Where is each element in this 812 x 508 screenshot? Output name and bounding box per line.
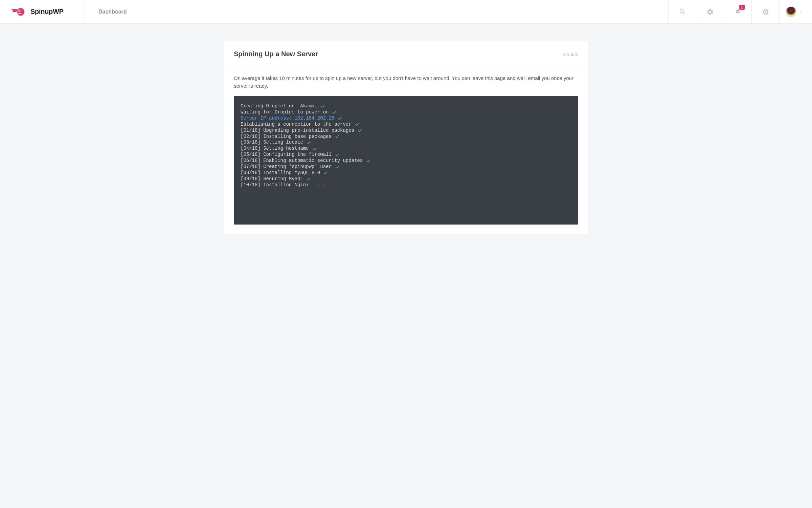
terminal-line: Waiting for Droplet to power on [241,109,571,115]
primary-nav: Dashboard [85,0,668,23]
nav-dashboard[interactable]: Dashboard [98,9,127,15]
terminal-text: [06/18] Enabling automatic security upda… [241,158,363,164]
notifications-button[interactable]: 1 [724,0,751,23]
terminal-line: [01/18] Upgrading pre-installed packages [241,128,571,134]
terminal-line: [10/18] Installing Nginx . . . [241,182,571,188]
avatar [786,6,796,17]
terminal-line: [04/18] Setting hostname [241,146,571,152]
top-bar: SpinupWP Dashboard 1 [0,0,812,24]
terminal-line: [08/18] Installing MySQL 8.0 [241,170,571,176]
terminal-output: Creating Droplet on AkamaiWaiting for Dr… [234,96,578,225]
terminal-line: [07/18] Creating 'spinupwp' user [241,164,571,170]
card-body: On average it takes 10 minutes for us to… [224,66,588,234]
check-icon [355,122,359,127]
terminal-line: Creating Droplet on Akamai [241,103,571,109]
terminal-text: [08/18] Installing MySQL 8.0 [241,170,320,176]
notification-wrap: 1 [735,8,741,16]
terminal-text: Establishing a connection to the server [241,122,352,128]
check-icon [312,147,317,151]
check-icon [321,104,325,108]
terminal-text: Creating Droplet on Akamai [241,103,317,109]
search-button[interactable] [668,0,696,23]
logo-text: SpinupWP [30,8,64,16]
terminal-text: Server IP address: 132.184.202.28 [241,115,334,122]
check-icon [358,128,362,133]
page-title: Spinning Up a New Server [234,50,318,58]
terminal-line: [05/18] Configuring the firewall [241,152,571,158]
terminal-text: [03/18] Setting locale [241,140,303,146]
check-icon [335,165,339,169]
check-icon [366,159,370,163]
account-menu[interactable] [779,0,812,23]
help-button[interactable] [751,0,779,23]
check-icon [323,171,328,175]
check-icon [307,177,311,181]
spinupwp-logo-icon [10,7,27,17]
terminal-text: [02/18] Installing base packages [241,134,332,140]
terminal-line: [06/18] Enabling automatic security upda… [241,158,571,164]
terminal-line: [03/18] Setting locale [241,140,571,146]
check-icon [338,116,342,121]
helper-text: On average it takes 10 minutes for us to… [234,75,578,90]
terminal-line[interactable]: Server IP address: 132.184.202.28 [241,115,571,122]
terminal-text: [05/18] Configuring the firewall [241,152,332,158]
card-header: Spinning Up a New Server 5m 47s [224,41,588,66]
logo[interactable]: SpinupWP [0,0,85,23]
terminal-line: [02/18] Installing base packages [241,134,571,140]
gear-icon [706,8,714,16]
terminal-text: [04/18] Setting hostname [241,146,309,152]
chevron-down-icon [798,10,803,14]
check-icon [307,141,311,145]
elapsed-time: 5m 47s [563,52,578,57]
check-icon [335,134,339,139]
progress-card: Spinning Up a New Server 5m 47s On avera… [224,41,588,234]
terminal-text: Waiting for Droplet to power on [241,109,329,115]
settings-button[interactable] [696,0,724,23]
check-icon [335,153,339,157]
terminal-line: Establishing a connection to the server [241,122,571,128]
page-content: Spinning Up a New Server 5m 47s On avera… [221,41,591,234]
check-icon [332,110,336,114]
terminal-text: [10/18] Installing Nginx . . . [241,182,326,188]
notification-badge: 1 [739,5,745,10]
terminal-text: [07/18] Creating 'spinupwp' user [241,164,332,170]
logo-mark: SpinupWP [10,7,64,17]
life-ring-icon [762,8,769,15]
search-icon [679,8,686,16]
terminal-text: [01/18] Upgrading pre-installed packages [241,128,354,134]
terminal-text: [09/18] Securing MySQL [241,176,303,182]
terminal-line: [09/18] Securing MySQL [241,176,571,182]
